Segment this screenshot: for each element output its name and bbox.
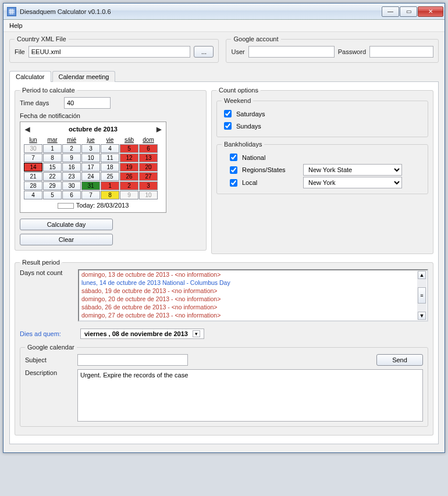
tab-calculator[interactable]: Calculator [9,71,51,82]
calendar-day[interactable]: 1 [43,144,62,153]
subject-input[interactable] [77,354,188,366]
calendar-day[interactable]: 17 [81,163,100,172]
calendar-day[interactable]: 20 [139,163,158,172]
calendar-day[interactable]: 21 [24,172,42,181]
svg-rect-0 [9,9,15,15]
calendar-day[interactable]: 26 [120,172,138,181]
calendar-day[interactable]: 18 [101,163,119,172]
calendar-day[interactable]: 3 [81,144,100,153]
calendar-day[interactable]: 1 [101,181,119,190]
local-label: Local [242,179,300,186]
google-account-group: Google account User Password [226,35,439,63]
calendar-day-header: mié [62,136,81,144]
calculate-button[interactable]: Calculate day [20,219,113,230]
google-account-legend: Google account [231,35,280,42]
result-line: jueves, 31 de octubre de 2013 Local - Ha… [81,319,425,322]
calendar-day[interactable]: 8 [101,191,119,199]
scrollbar[interactable]: ▲ ≡ ▼ [417,271,426,320]
user-input[interactable] [248,46,335,58]
calendar-day[interactable]: 9 [62,154,81,162]
calendar-day[interactable]: 29 [43,181,62,190]
calendar-day[interactable]: 24 [81,172,100,181]
calendar-day[interactable]: 5 [43,191,62,199]
close-button[interactable]: ✕ [418,6,443,17]
description-textarea[interactable]: Urgent. Expire the records of the case [77,369,423,422]
calendar-day[interactable]: 2 [62,144,81,153]
calendar-day[interactable]: 11 [101,154,119,162]
calendar-day[interactable]: 4 [24,191,42,199]
sundays-label: Sundays [236,123,261,130]
calendar-day[interactable]: 19 [120,163,138,172]
result-line: sábado, 26 de octubre de 2013 - <no info… [81,303,425,311]
datepicker-dropdown-icon[interactable]: ▾ [193,330,200,337]
password-label: Password [338,48,366,55]
calendar-day[interactable]: 30 [62,181,81,190]
calendar-day[interactable]: 25 [101,172,119,181]
calendar-day[interactable]: 7 [81,191,100,199]
time-days-input[interactable] [64,97,111,109]
scroll-up-icon[interactable]: ▲ [418,271,426,279]
calendar-day[interactable]: 12 [120,154,138,162]
calendar-day-header: mar [43,136,62,144]
file-input[interactable] [29,46,191,58]
calendar-day[interactable]: 13 [139,154,158,162]
calendar-day[interactable]: 4 [101,144,119,153]
scroll-thumb[interactable]: ≡ [418,287,426,304]
local-checkbox[interactable] [230,179,237,187]
result-line: sábado, 19 de octubre de 2013 - <no info… [81,287,425,295]
calendar-prev-icon[interactable]: ◀ [25,126,30,133]
regions-select[interactable]: New York State [303,164,402,176]
minimize-button[interactable]: — [382,6,399,17]
dies-ad-quem-label: Dies ad quem: [20,330,72,337]
tab-calendar-meeting[interactable]: Calendar meeting [52,71,116,82]
calendar-day[interactable]: 31 [81,181,100,190]
saturdays-checkbox[interactable] [224,110,232,117]
maximize-button[interactable]: ▭ [400,6,417,17]
calendar-day[interactable]: 10 [139,191,158,199]
calendar-next-icon[interactable]: ▶ [157,126,161,133]
window-title: Diesadquem Calculator v0.1.0.6 [20,8,382,15]
calendar-day[interactable]: 3 [139,181,158,190]
country-xml-group: Country XML File File ... [9,35,219,63]
scroll-down-icon[interactable]: ▼ [418,312,426,320]
calendar-day[interactable]: 10 [81,154,100,162]
clear-button[interactable]: Clear [20,234,113,245]
national-checkbox[interactable] [230,154,237,161]
send-button[interactable]: Send [376,354,423,366]
calendar-day[interactable]: 2 [120,181,138,190]
sundays-checkbox[interactable] [224,122,232,130]
calendar-day[interactable]: 30 [24,144,42,153]
count-options-group: Count options Weekend Saturdays Sundays … [211,87,433,254]
calendar-title: octubre de 2013 [69,126,118,133]
result-line: lunes, 14 de octubre de 2013 National - … [81,279,425,287]
tab-panel: Period to calculate Time days Fecha de n… [9,81,439,444]
calendar-day[interactable]: 6 [139,144,158,153]
calendar-day[interactable]: 16 [62,163,81,172]
calendar-day[interactable]: 6 [62,191,81,199]
calendar-day[interactable]: 5 [120,144,138,153]
calendar-day[interactable]: 7 [24,154,42,162]
days-not-count-list[interactable]: domingo, 13 de octubre de 2013 - <no inf… [78,269,428,322]
calendar-day-header: jue [81,136,100,144]
regions-checkbox[interactable] [230,166,237,174]
password-input[interactable] [369,46,433,58]
browse-button[interactable]: ... [194,46,214,58]
result-period-group: Result period Days not count domingo, 13… [15,259,433,436]
calendar-day[interactable]: 15 [43,163,62,172]
weekend-legend: Weekend [222,97,253,104]
file-label: File [15,48,25,55]
calendar-day[interactable]: 22 [43,172,62,181]
calendar-day[interactable]: 8 [43,154,62,162]
dies-ad-quem-value: viernes , 08 de noviembre de 2013 [84,330,188,337]
regions-label: Regions/States [242,166,300,173]
dies-ad-quem-datepicker[interactable]: viernes , 08 de noviembre de 2013 ▾ [80,329,204,339]
calendar-day[interactable]: 9 [120,191,138,199]
google-calendar-group: Google calendar Subject Send Description… [20,344,428,427]
menu-help[interactable]: Help [9,22,23,29]
local-select[interactable]: New York [303,177,402,188]
saturdays-label: Saturdays [236,110,265,117]
calendar-day[interactable]: 14 [24,163,42,172]
calendar-day[interactable]: 28 [24,181,42,190]
calendar-day[interactable]: 23 [62,172,81,181]
calendar-day[interactable]: 27 [139,172,158,181]
